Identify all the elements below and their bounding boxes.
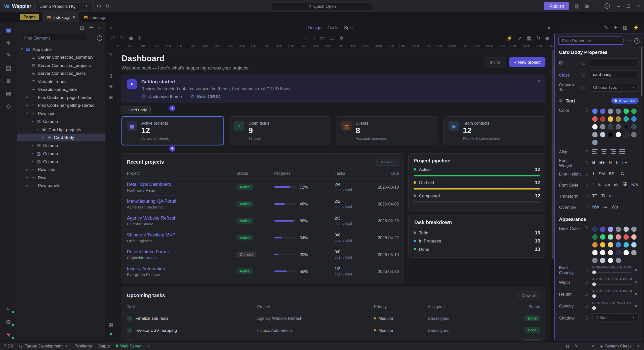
font-weight-option[interactable]: N [609,160,612,165]
new-project-button[interactable]: + New project [509,57,545,67]
gear-icon[interactable]: ⚙ [97,3,101,9]
color-swatch[interactable] [631,242,636,248]
tree-item[interactable]: Row [17,173,106,182]
tree-item[interactable]: Column [17,149,106,157]
device-toggle-icon[interactable]: ▢ [582,61,587,65]
device-toggle-icon[interactable]: ▢ [584,292,590,296]
device-phone-icon[interactable]: ▯ [305,36,307,40]
add-panel-button[interactable]: + [147,343,150,348]
slider-option[interactable]: 100% [620,277,628,281]
device-laptop-icon[interactable]: ▭ [320,35,325,41]
color-swatch[interactable] [592,258,597,263]
kpi-card[interactable]: Clients 8 Accounts managed [336,116,438,145]
magic-wand-icon[interactable]: ✦ [614,25,618,30]
slider-option[interactable]: 25% [601,301,608,305]
project-selector[interactable]: Demo Projects HQ [35,2,93,10]
device-toggle-icon[interactable]: ▢ [582,73,587,77]
color-swatch[interactable] [631,250,636,255]
invite-button[interactable]: Invite [484,57,506,67]
line-height-option[interactable]: BS [609,171,615,176]
color-swatch[interactable] [592,227,597,232]
back-opacity-slider[interactable] [592,270,632,274]
tree-caret-icon[interactable] [25,176,29,180]
close-icon[interactable]: × [538,78,541,84]
align-center-icon[interactable] [601,149,607,154]
font-style-option[interactable]: N/A [631,183,638,187]
align-right-icon[interactable] [610,149,616,154]
tree-item[interactable]: Flex Container getting-started [17,101,106,109]
color-swatch[interactable] [608,124,613,129]
system-check-button[interactable]: ◈ System Check [600,343,631,348]
clear-icon[interactable]: × [634,303,638,308]
slider-option[interactable]: 25% [596,277,602,281]
collapse-right-icon[interactable]: » [548,25,550,30]
project-link[interactable]: Manufacturing QA Portal [127,199,236,204]
mode-design[interactable]: Design [308,25,322,30]
device-toggle-icon[interactable]: ▢ [584,183,590,187]
components-icon[interactable]: ◇ [4,103,13,109]
tree-caret-icon[interactable] [30,144,34,147]
color-swatch[interactable] [592,140,597,145]
color-swatch[interactable] [623,132,629,137]
color-swatch[interactable] [623,234,629,240]
list-view-icon[interactable]: ☰ [89,25,93,30]
clear-icon[interactable]: × [634,279,638,284]
device-toggle-icon[interactable]: ▢ [584,161,590,165]
color-swatch[interactable] [631,124,636,129]
class-input[interactable] [590,70,638,79]
color-swatch[interactable] [592,250,597,255]
overflow-option[interactable]: Wb [612,205,618,209]
properties-scrollbar[interactable] [641,46,642,96]
color-swatch[interactable] [592,132,597,137]
tree-item[interactable]: Row panels [17,182,106,190]
color-swatch[interactable] [616,116,621,122]
database-icon[interactable]: ▤ [4,64,13,71]
device-toggle-icon[interactable]: ▢ [584,172,590,176]
tree-item[interactable]: Server Connect sc_summary [17,53,106,61]
color-swatch[interactable] [631,116,636,122]
globe-icon[interactable]: ◍ [566,343,569,348]
color-swatch[interactable] [600,116,605,122]
tree-caret-icon[interactable] [25,112,29,115]
tree-view-icon[interactable]: ⌗ [98,25,101,30]
sync-icon[interactable]: ↻ [105,3,109,9]
tree-item[interactable]: Variable trends [17,77,106,85]
edit-icon[interactable]: ✎ [575,343,578,348]
opacity-slider[interactable] [592,306,632,310]
quick-open-search[interactable]: Quick Open [272,2,372,10]
slider-option[interactable]: A [592,277,594,281]
preview-icon[interactable]: ◉ [585,3,589,9]
color-swatch[interactable] [616,242,621,248]
transform-option[interactable]: Tt [601,194,605,198]
color-swatch[interactable] [616,258,621,263]
color-swatch[interactable] [592,109,597,114]
device-fluid-icon[interactable]: ✥ [340,35,344,41]
tree-caret-icon[interactable] [20,47,24,51]
color-swatch[interactable] [600,250,605,255]
elements-panel-icon[interactable]: ▣ [4,26,13,33]
convert-to-select[interactable]: Choose Type ... [590,83,638,91]
view-all-button[interactable]: View all [376,158,399,166]
device-tablet-icon[interactable]: ▯ [312,36,315,41]
slider-option[interactable]: M [629,277,632,281]
device-toggle-icon[interactable]: ▢ [584,108,590,112]
font-style-option[interactable]: ab [623,183,627,187]
edit-icon[interactable]: ✎ [604,25,608,30]
color-swatch[interactable] [631,234,636,240]
clear-icon[interactable]: × [634,291,638,296]
workflows-icon[interactable]: ◈ [4,39,13,46]
tree-item[interactable]: Row lists [17,165,106,173]
layers-icon[interactable]: ▦ [4,90,13,97]
tree-caret-icon[interactable] [30,152,34,155]
tree-item[interactable]: Column [17,142,106,150]
slider-option[interactable]: M [629,289,632,293]
grid-toggle-icon[interactable]: ▦ [527,35,531,41]
color-swatch[interactable] [631,109,636,114]
class-label[interactable]: Class [559,72,580,77]
color-swatch[interactable] [592,124,597,129]
banner-check-item[interactable]: ✓ Build CRUD [190,94,220,99]
overflow-option[interactable]: NW [592,205,599,209]
tree-item[interactable]: Row kpis [17,109,106,117]
color-swatch[interactable] [623,250,629,255]
kpi-card[interactable]: Open tasks 9 13 total [229,116,331,145]
